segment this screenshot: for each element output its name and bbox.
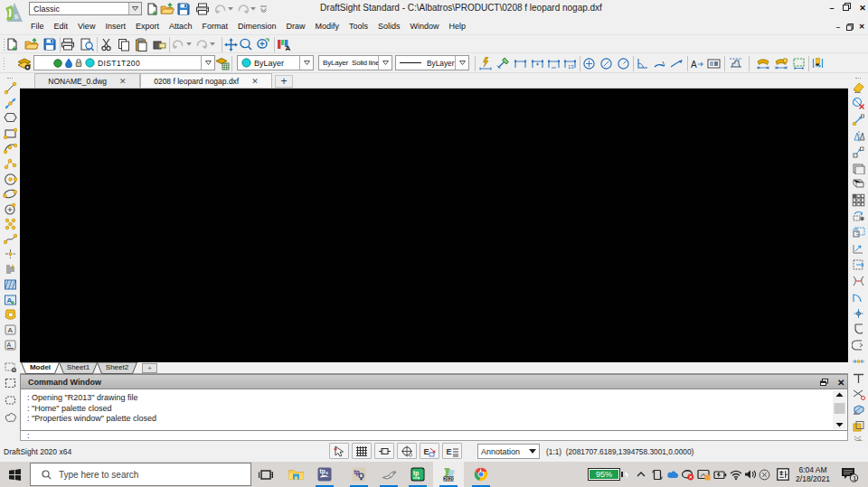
svg-text:E: E bbox=[446, 447, 451, 456]
svg-text:A: A bbox=[6, 296, 12, 304]
svg-text:A: A bbox=[286, 44, 291, 52]
svg-text:A: A bbox=[6, 342, 11, 348]
svg-text:A: A bbox=[7, 326, 13, 334]
svg-text:A: A bbox=[691, 59, 697, 69]
svg-text:s: s bbox=[14, 12, 19, 21]
svg-text:13: 13 bbox=[568, 64, 574, 70]
svg-text:1: 1 bbox=[853, 474, 857, 482]
svg-text:E: E bbox=[423, 447, 429, 456]
